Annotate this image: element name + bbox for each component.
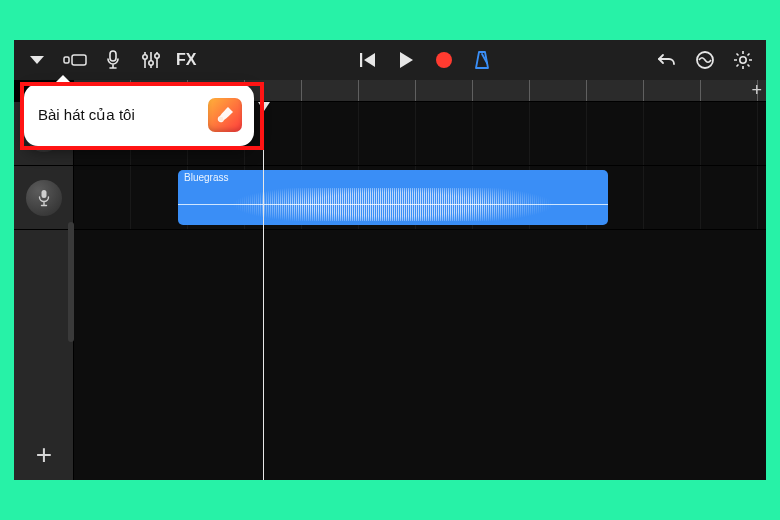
settings-button[interactable] [726, 43, 760, 77]
undo-button[interactable] [650, 43, 684, 77]
scrollbar-vertical[interactable] [68, 222, 74, 342]
metronome-button[interactable] [465, 43, 499, 77]
record-button[interactable] [427, 43, 461, 77]
menu-dropdown-button[interactable] [20, 43, 54, 77]
toolbar: FX [14, 40, 766, 80]
garageband-icon [208, 98, 242, 132]
svg-point-7 [436, 52, 452, 68]
view-tracks-button[interactable] [58, 43, 92, 77]
mic-icon [26, 180, 62, 216]
tracks-area: + Bluegrass [14, 102, 766, 480]
svg-rect-6 [360, 53, 362, 67]
track-lane-2[interactable]: Bluegrass [74, 166, 766, 230]
track-headers: + [14, 102, 74, 480]
loop-browser-button[interactable] [688, 43, 722, 77]
popover-label: Bài hát của tôi [38, 106, 135, 124]
waveform [178, 188, 608, 221]
my-songs-popover[interactable]: Bài hát của tôi [24, 84, 254, 146]
svg-point-3 [143, 55, 147, 59]
svg-rect-2 [110, 51, 116, 61]
play-button[interactable] [389, 43, 423, 77]
svg-point-4 [149, 61, 153, 65]
track-lanes: Bluegrass [74, 102, 766, 480]
svg-point-9 [740, 57, 746, 63]
svg-point-12 [219, 117, 224, 122]
playhead[interactable] [263, 102, 264, 480]
mixer-button[interactable] [134, 43, 168, 77]
svg-rect-1 [72, 55, 86, 65]
svg-rect-0 [64, 57, 69, 63]
fx-button[interactable]: FX [172, 43, 200, 77]
region-label: Bluegrass [184, 172, 228, 183]
mic-button[interactable] [96, 43, 130, 77]
svg-rect-11 [41, 190, 46, 198]
svg-point-5 [155, 54, 159, 58]
audio-region[interactable]: Bluegrass [178, 170, 608, 225]
rewind-button[interactable] [351, 43, 385, 77]
track-header-2[interactable] [14, 166, 73, 230]
add-track-button[interactable]: + [14, 430, 74, 480]
add-section-button[interactable]: + [751, 81, 762, 99]
app-window: FX [14, 40, 766, 480]
